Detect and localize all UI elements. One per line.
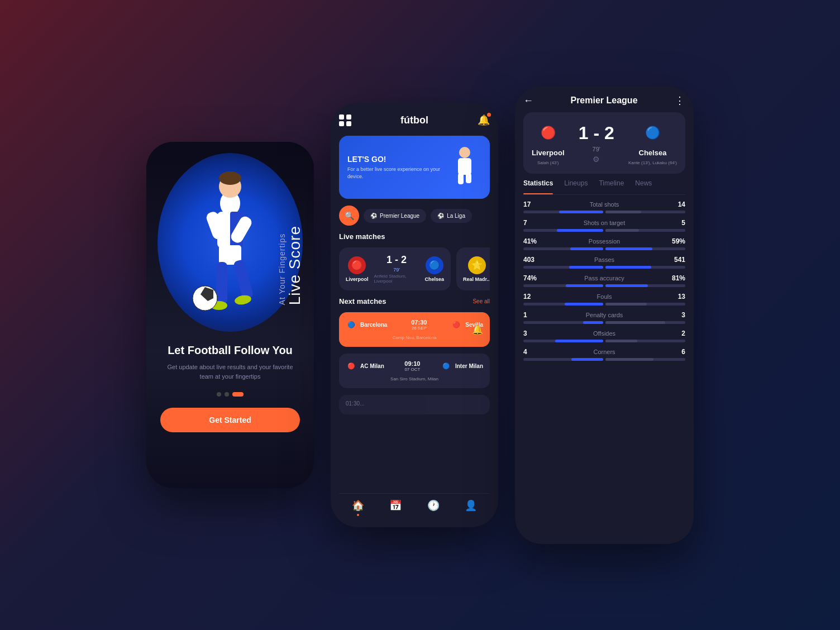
chelsea-name: Chelsea (424, 276, 444, 282)
penalty-bar (523, 321, 685, 324)
summary-chelsea-name: Chelsea (639, 149, 667, 157)
see-all-link[interactable]: See all (472, 298, 490, 304)
penalty-fill-left (583, 321, 603, 324)
passes-bar-right (605, 266, 685, 269)
team-real-madrid: ⭐ Real Madr... (463, 256, 490, 282)
fouls-label: Fouls (540, 293, 669, 300)
live-matches-list: 🔴 Liverpool 1 - 2 79' Anfield Stadium, L… (339, 247, 490, 290)
possession-fill-right (605, 247, 652, 250)
match-row-top: 🔵 Barcelona 07:30 26 SEP 🔴 Sevilla 🔔 (346, 319, 483, 331)
pass-accuracy-bar (523, 284, 685, 287)
passes-bar (523, 266, 685, 269)
banner-subtext: For a better live score experience on yo… (347, 166, 448, 180)
next-match-card-1[interactable]: 🔵 Barcelona 07:30 26 SEP 🔴 Sevilla 🔔 Cam… (339, 312, 490, 347)
stats-header: ← Premier League ⋮ (523, 94, 685, 107)
search-button[interactable]: 🔍 (339, 206, 359, 226)
nav-history[interactable]: 🕐 (427, 499, 440, 516)
next-match-card-2[interactable]: 🔴 AC Milan 09:10 07 OCT 🔵 Inter Milan Sa… (339, 354, 490, 388)
milan-logo: 🔴 (346, 361, 357, 372)
team-ac-milan: 🔴 AC Milan (346, 361, 384, 372)
get-started-button[interactable]: Get Started (160, 408, 300, 432)
summary-time: 79' (593, 146, 600, 152)
possession-right: 59% (669, 237, 685, 245)
tab-timeline[interactable]: Timeline (599, 179, 624, 190)
nav-home[interactable]: 🏠 (352, 499, 364, 516)
fouls-bar-left (523, 303, 603, 306)
shots-target-fill-left (557, 229, 603, 232)
banner-headline: LET'S GO! (347, 155, 448, 164)
shots-target-bar-right (605, 229, 685, 232)
partial-match-card[interactable]: 01:30... (339, 395, 490, 414)
calendar-icon: 📅 (389, 499, 402, 512)
dot-2 (225, 392, 229, 397)
svg-rect-8 (216, 262, 227, 304)
live-match-card-1[interactable]: 🔴 Liverpool 1 - 2 79' Anfield Stadium, L… (339, 247, 451, 290)
nav-profile[interactable]: 👤 (465, 499, 477, 516)
stat-shots-on-target: 7 Shots on target 5 (523, 219, 685, 232)
match-summary-card[interactable]: 🔴 Liverpool Salah (43') 1 - 2 79' ⚙ 🔵 Ch… (523, 112, 685, 174)
notification-bell[interactable]: 🔔 (478, 114, 490, 126)
premier-league-icon: ⚽ (370, 213, 377, 219)
tab-statistics[interactable]: Statistics (523, 179, 553, 190)
stat-penalty-cards: 1 Penalty cards 3 (523, 311, 685, 324)
liverpool-logo: 🔴 (348, 256, 366, 274)
svg-point-14 (459, 147, 470, 158)
summary-liverpool-scorer: Salah (43') (537, 160, 559, 165)
match-score-1: 1 - 2 (386, 254, 407, 266)
corners-bar-right (605, 358, 685, 361)
match-center-1: 1 - 2 79' Anfield Stadium, Liverpool (374, 254, 419, 284)
app-title: fútbol (400, 114, 428, 126)
grid-menu-icon[interactable] (339, 114, 351, 126)
summary-liverpool-name: Liverpool (532, 149, 565, 157)
match-time-milan: 09:10 07 OCT (404, 360, 420, 372)
real-madrid-logo: ⭐ (468, 256, 486, 274)
svg-rect-15 (458, 158, 471, 175)
fouls-bar (523, 303, 685, 306)
pass-accuracy-left: 74% (523, 274, 540, 282)
summary-team-liverpool: 🔴 Liverpool Salah (43') (532, 121, 565, 165)
fouls-fill-left (565, 303, 603, 306)
onboarding-subtitle: Get update about live results and your f… (160, 362, 300, 381)
corners-left: 4 (523, 348, 540, 356)
pass-accuracy-fill-left (566, 284, 603, 287)
dot-1 (217, 392, 221, 397)
tab-news[interactable]: News (635, 179, 652, 190)
possession-bar-left (523, 247, 603, 250)
tab-premier-league[interactable]: ⚽ Premier League (364, 209, 426, 223)
passes-fill-left (569, 266, 603, 269)
passes-label: Passes (540, 256, 669, 263)
stat-offsides: 3 Offsides 2 (523, 330, 685, 342)
banner-player-image (448, 144, 481, 190)
match-date-milan-val: 07 OCT (404, 367, 420, 372)
team-inter: 🔵 Inter Milan (441, 361, 483, 372)
pass-accuracy-bar-left (523, 284, 603, 287)
total-shots-fill-right (605, 211, 641, 213)
tab-la-liga[interactable]: ⚽ La Liga (431, 209, 472, 223)
history-icon: 🕐 (427, 499, 440, 512)
pass-accuracy-label: Pass accuracy (540, 275, 669, 281)
tab-lineups[interactable]: Lineups (564, 179, 588, 190)
svg-rect-17 (466, 173, 471, 183)
phone-onboarding: At Your Fingertips Live Score Let Footba… (146, 142, 314, 488)
offsides-left: 3 (523, 330, 540, 337)
la-liga-icon: ⚽ (437, 213, 444, 219)
corners-bar-left (523, 358, 603, 361)
passes-fill-right (605, 266, 651, 269)
next-matches-title: Next matches (339, 297, 386, 306)
live-match-card-2[interactable]: ⭐ Real Madr... (456, 247, 490, 290)
match-venue-barcelona: Camp Nou, Barcelona (346, 335, 483, 340)
more-options-button[interactable]: ⋮ (675, 94, 685, 107)
stats-tabs: Statistics Lineups Timeline News (523, 179, 685, 195)
corners-bar (523, 358, 685, 361)
home-icon: 🏠 (352, 499, 364, 512)
back-button[interactable]: ← (523, 95, 533, 107)
nav-calendar[interactable]: 📅 (389, 499, 402, 516)
vertical-tagline: At Your Fingertips Live Score (278, 226, 304, 308)
offsides-fill-left (555, 340, 603, 342)
summary-chelsea-scorer: Kante (13'), Lukaku (64') (628, 160, 677, 165)
bell-icon[interactable]: 🔔 (472, 324, 483, 335)
shots-on-target-bar (523, 229, 685, 232)
match-row-2: 🔴 AC Milan 09:10 07 OCT 🔵 Inter Milan (346, 360, 483, 372)
promo-banner[interactable]: LET'S GO! For a better live score experi… (339, 136, 490, 199)
stat-passes: 403 Passes 541 (523, 256, 685, 269)
